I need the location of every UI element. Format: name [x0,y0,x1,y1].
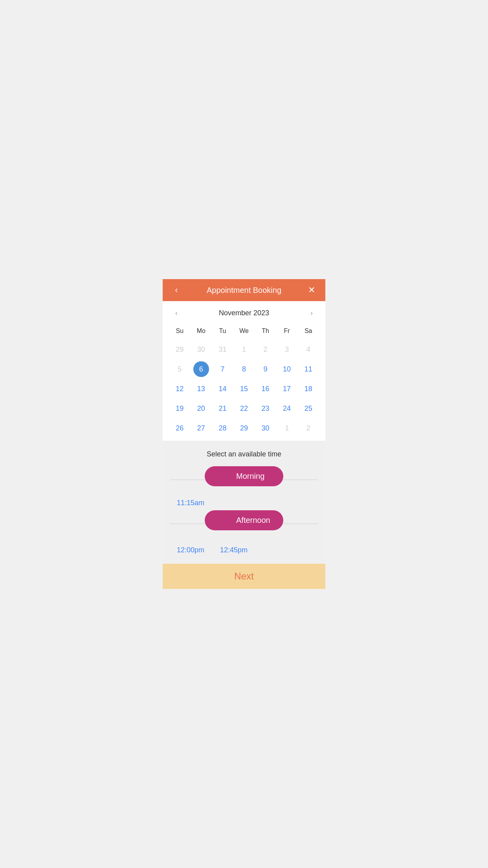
calendar-day-15-2[interactable]: 15 [233,379,255,398]
phone-container: ‹ Appointment Booking ✕ ‹ November 2023 … [163,279,325,589]
morning-slot-1[interactable]: 11:15am [177,499,204,507]
calendar-day-12-2[interactable]: 12 [169,379,191,398]
weekday-tu: Tu [212,325,233,337]
calendar-day-24-3[interactable]: 24 [276,399,298,418]
calendar-day-19-3[interactable]: 19 [169,399,191,418]
calendar-day-2-4: 2 [297,419,319,438]
afternoon-slot-1[interactable]: 12:00pm [177,546,204,554]
calendar-day-23-3[interactable]: 23 [255,399,276,418]
calendar-day-1-0: 1 [233,340,255,359]
calendar-day-3-0: 3 [276,340,298,359]
next-month-arrow[interactable]: › [307,307,316,319]
afternoon-btn-container: Afternoon [205,510,283,537]
morning-btn-container: Morning [205,466,283,493]
calendar-day-17-2[interactable]: 17 [276,379,298,398]
calendar-day-10-1[interactable]: 10 [276,360,298,379]
time-section: Select an available time Morning 11:15am… [163,441,325,564]
calendar-day-26-4[interactable]: 26 [169,419,191,438]
bottom-bar: Next [163,564,325,589]
afternoon-button[interactable]: Afternoon [205,510,283,530]
weekday-sa: Sa [297,325,319,337]
weekday-th: Th [255,325,276,337]
prev-month-arrow[interactable]: ‹ [172,307,181,319]
calendar-weekdays: Su Mo Tu We Th Fr Sa [169,325,319,337]
calendar-day-7-1[interactable]: 7 [212,360,233,379]
afternoon-slots-row: 12:00pm 12:45pm [171,543,317,557]
calendar-day-6-1[interactable]: 6 [191,360,212,379]
weekday-fr: Fr [276,325,298,337]
calendar-day-14-2[interactable]: 14 [212,379,233,398]
calendar-day-29-4[interactable]: 29 [233,419,255,438]
select-time-text: Select an available time [207,450,281,458]
weekday-su: Su [169,325,191,337]
calendar-day-20-3[interactable]: 20 [191,399,212,418]
afternoon-slot-2[interactable]: 12:45pm [220,546,248,554]
calendar-day-31-0: 31 [212,340,233,359]
calendar-day-28-4[interactable]: 28 [212,419,233,438]
afternoon-wrapper: Afternoon [171,510,317,537]
calendar-day-29-0: 29 [169,340,191,359]
morning-button[interactable]: Morning [205,466,283,486]
calendar-day-2-0: 2 [255,340,276,359]
calendar-days: 2930311234567891011121314151617181920212… [169,340,319,438]
close-icon[interactable]: ✕ [306,285,317,295]
calendar-day-1-4: 1 [276,419,298,438]
calendar-day-8-1[interactable]: 8 [233,360,255,379]
calendar-day-16-2[interactable]: 16 [255,379,276,398]
calendar-day-13-2[interactable]: 13 [191,379,212,398]
calendar-nav: ‹ November 2023 › [169,306,319,320]
next-button[interactable]: Next [234,571,253,582]
header: ‹ Appointment Booking ✕ [163,279,325,301]
month-label: November 2023 [219,309,269,317]
calendar-section: ‹ November 2023 › Su Mo Tu We Th Fr Sa 2… [163,301,325,441]
calendar-day-11-1[interactable]: 11 [297,360,319,379]
calendar-day-25-3[interactable]: 25 [297,399,319,418]
calendar-day-30-4[interactable]: 30 [255,419,276,438]
calendar-day-21-3[interactable]: 21 [212,399,233,418]
back-icon[interactable]: ‹ [171,285,182,295]
weekday-mo: Mo [191,325,212,337]
calendar-day-4-0: 4 [297,340,319,359]
calendar-day-9-1[interactable]: 9 [255,360,276,379]
calendar-day-30-0: 30 [191,340,212,359]
weekday-we: We [233,325,255,337]
morning-slots-row: 11:15am [171,496,317,510]
morning-wrapper: Morning [171,466,317,493]
afternoon-section: Afternoon 12:00pm 12:45pm [171,510,317,557]
calendar-day-27-4[interactable]: 27 [191,419,212,438]
calendar-day-5-1: 5 [169,360,191,379]
calendar-day-18-2[interactable]: 18 [297,379,319,398]
calendar-day-22-3[interactable]: 22 [233,399,255,418]
header-title: Appointment Booking [182,286,306,295]
